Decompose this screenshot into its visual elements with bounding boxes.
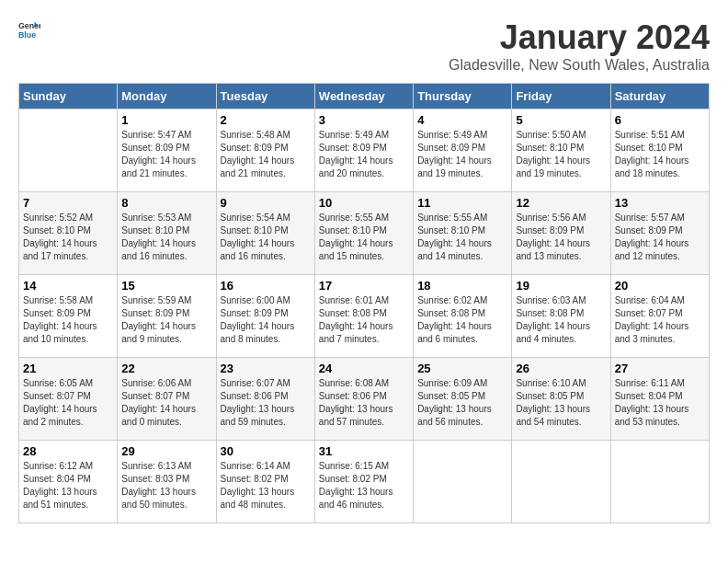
day-info: Sunrise: 5:55 AM Sunset: 8:10 PM Dayligh… [417, 212, 507, 263]
day-number: 24 [319, 362, 409, 375]
calendar-cell: 24Sunrise: 6:08 AM Sunset: 8:06 PM Dayli… [314, 358, 413, 441]
day-info: Sunrise: 6:14 AM Sunset: 8:02 PM Dayligh… [221, 460, 311, 511]
col-monday: Monday [118, 84, 216, 109]
day-info: Sunrise: 5:54 AM Sunset: 8:10 PM Dayligh… [221, 212, 311, 263]
calendar-cell: 5Sunrise: 5:50 AM Sunset: 8:10 PM Daylig… [512, 109, 610, 192]
calendar-table: Sunday Monday Tuesday Wednesday Thursday… [18, 83, 710, 523]
day-number: 2 [221, 113, 311, 127]
day-info: Sunrise: 6:03 AM Sunset: 8:08 PM Dayligh… [516, 294, 606, 346]
calendar-cell [610, 441, 709, 523]
day-info: Sunrise: 6:11 AM Sunset: 8:04 PM Dayligh… [615, 377, 705, 429]
svg-text:Blue: Blue [18, 30, 36, 40]
day-info: Sunrise: 6:07 AM Sunset: 8:06 PM Dayligh… [221, 377, 311, 429]
day-info: Sunrise: 5:58 AM Sunset: 8:09 PM Dayligh… [23, 294, 113, 346]
day-info: Sunrise: 6:04 AM Sunset: 8:07 PM Dayligh… [615, 294, 705, 346]
day-info: Sunrise: 5:48 AM Sunset: 8:09 PM Dayligh… [221, 129, 311, 180]
calendar-cell: 10Sunrise: 5:55 AM Sunset: 8:10 PM Dayli… [314, 192, 413, 275]
day-info: Sunrise: 6:00 AM Sunset: 8:09 PM Dayligh… [221, 294, 311, 346]
calendar-cell: 22Sunrise: 6:06 AM Sunset: 8:07 PM Dayli… [118, 358, 216, 441]
title-area: January 2024 Gladesville, New South Wale… [449, 18, 710, 74]
day-number: 15 [121, 279, 211, 293]
day-info: Sunrise: 6:12 AM Sunset: 8:04 PM Dayligh… [23, 460, 113, 511]
calendar-cell: 29Sunrise: 6:13 AM Sunset: 8:03 PM Dayli… [118, 441, 216, 523]
calendar-cell: 1Sunrise: 5:47 AM Sunset: 8:09 PM Daylig… [118, 109, 216, 192]
day-number: 18 [417, 279, 507, 293]
day-number: 23 [221, 362, 311, 375]
day-number: 7 [23, 196, 113, 210]
col-thursday: Thursday [414, 84, 512, 109]
col-sunday: Sunday [19, 84, 118, 109]
day-number: 1 [121, 113, 211, 127]
col-saturday: Saturday [610, 84, 709, 109]
calendar-cell: 25Sunrise: 6:09 AM Sunset: 8:05 PM Dayli… [414, 358, 512, 441]
day-info: Sunrise: 5:51 AM Sunset: 8:10 PM Dayligh… [615, 129, 705, 180]
location-subtitle: Gladesville, New South Wales, Australia [449, 57, 710, 74]
day-info: Sunrise: 5:56 AM Sunset: 8:09 PM Dayligh… [516, 212, 606, 263]
calendar-cell: 23Sunrise: 6:07 AM Sunset: 8:06 PM Dayli… [216, 358, 314, 441]
day-info: Sunrise: 5:59 AM Sunset: 8:09 PM Dayligh… [121, 294, 211, 346]
calendar-cell: 30Sunrise: 6:14 AM Sunset: 8:02 PM Dayli… [216, 441, 314, 523]
calendar-cell: 3Sunrise: 5:49 AM Sunset: 8:09 PM Daylig… [314, 109, 413, 192]
day-number: 30 [221, 444, 311, 458]
day-info: Sunrise: 5:55 AM Sunset: 8:10 PM Dayligh… [319, 212, 409, 263]
day-info: Sunrise: 5:53 AM Sunset: 8:10 PM Dayligh… [121, 212, 211, 263]
calendar-cell: 20Sunrise: 6:04 AM Sunset: 8:07 PM Dayli… [610, 275, 709, 358]
calendar-cell: 18Sunrise: 6:02 AM Sunset: 8:08 PM Dayli… [414, 275, 512, 358]
day-number: 10 [319, 196, 409, 210]
generalblue-logo-icon: General Blue [18, 18, 40, 40]
calendar-cell: 31Sunrise: 6:15 AM Sunset: 8:02 PM Dayli… [314, 441, 413, 523]
calendar-cell [512, 441, 610, 523]
calendar-week-3: 14Sunrise: 5:58 AM Sunset: 8:09 PM Dayli… [19, 275, 710, 358]
calendar-cell: 21Sunrise: 6:05 AM Sunset: 8:07 PM Dayli… [19, 358, 118, 441]
day-info: Sunrise: 6:15 AM Sunset: 8:02 PM Dayligh… [319, 460, 409, 511]
day-number: 12 [516, 196, 606, 210]
col-wednesday: Wednesday [314, 84, 413, 109]
calendar-cell: 4Sunrise: 5:49 AM Sunset: 8:09 PM Daylig… [414, 109, 512, 192]
day-info: Sunrise: 5:49 AM Sunset: 8:09 PM Dayligh… [417, 129, 507, 180]
day-number: 28 [23, 444, 113, 458]
calendar-cell: 8Sunrise: 5:53 AM Sunset: 8:10 PM Daylig… [118, 192, 216, 275]
day-number: 29 [121, 444, 211, 458]
calendar-cell: 11Sunrise: 5:55 AM Sunset: 8:10 PM Dayli… [414, 192, 512, 275]
calendar-cell: 17Sunrise: 6:01 AM Sunset: 8:08 PM Dayli… [314, 275, 413, 358]
day-info: Sunrise: 6:10 AM Sunset: 8:05 PM Dayligh… [516, 377, 606, 429]
day-number: 4 [417, 113, 507, 127]
day-number: 31 [319, 444, 409, 458]
calendar-cell: 13Sunrise: 5:57 AM Sunset: 8:09 PM Dayli… [610, 192, 709, 275]
day-number: 14 [23, 279, 113, 293]
day-number: 5 [516, 113, 606, 127]
calendar-cell: 6Sunrise: 5:51 AM Sunset: 8:10 PM Daylig… [610, 109, 709, 192]
calendar-cell: 16Sunrise: 6:00 AM Sunset: 8:09 PM Dayli… [216, 275, 314, 358]
calendar-cell: 26Sunrise: 6:10 AM Sunset: 8:05 PM Dayli… [512, 358, 610, 441]
calendar-cell: 12Sunrise: 5:56 AM Sunset: 8:09 PM Dayli… [512, 192, 610, 275]
day-number: 9 [221, 196, 311, 210]
day-info: Sunrise: 6:05 AM Sunset: 8:07 PM Dayligh… [23, 377, 113, 429]
calendar-cell: 19Sunrise: 6:03 AM Sunset: 8:08 PM Dayli… [512, 275, 610, 358]
month-title: January 2024 [449, 18, 710, 57]
col-tuesday: Tuesday [216, 84, 314, 109]
col-friday: Friday [512, 84, 610, 109]
day-number: 20 [615, 279, 705, 293]
calendar-header-row: Sunday Monday Tuesday Wednesday Thursday… [19, 84, 710, 109]
day-number: 17 [319, 279, 409, 293]
day-info: Sunrise: 6:06 AM Sunset: 8:07 PM Dayligh… [121, 377, 211, 429]
day-info: Sunrise: 5:47 AM Sunset: 8:09 PM Dayligh… [121, 129, 211, 180]
calendar-cell [19, 109, 118, 192]
day-info: Sunrise: 6:08 AM Sunset: 8:06 PM Dayligh… [319, 377, 409, 429]
day-number: 19 [516, 279, 606, 293]
calendar-cell: 28Sunrise: 6:12 AM Sunset: 8:04 PM Dayli… [19, 441, 118, 523]
day-info: Sunrise: 6:01 AM Sunset: 8:08 PM Dayligh… [319, 294, 409, 346]
header: General Blue January 2024 Gladesville, N… [18, 18, 710, 74]
day-number: 27 [615, 362, 705, 375]
calendar-cell [414, 441, 512, 523]
day-info: Sunrise: 6:13 AM Sunset: 8:03 PM Dayligh… [121, 460, 211, 511]
day-info: Sunrise: 5:57 AM Sunset: 8:09 PM Dayligh… [615, 212, 705, 263]
calendar-cell: 7Sunrise: 5:52 AM Sunset: 8:10 PM Daylig… [19, 192, 118, 275]
day-number: 3 [319, 113, 409, 127]
day-number: 11 [417, 196, 507, 210]
day-info: Sunrise: 5:50 AM Sunset: 8:10 PM Dayligh… [516, 129, 606, 180]
calendar-cell: 15Sunrise: 5:59 AM Sunset: 8:09 PM Dayli… [118, 275, 216, 358]
calendar-cell: 9Sunrise: 5:54 AM Sunset: 8:10 PM Daylig… [216, 192, 314, 275]
day-number: 21 [23, 362, 113, 375]
calendar-cell: 14Sunrise: 5:58 AM Sunset: 8:09 PM Dayli… [19, 275, 118, 358]
